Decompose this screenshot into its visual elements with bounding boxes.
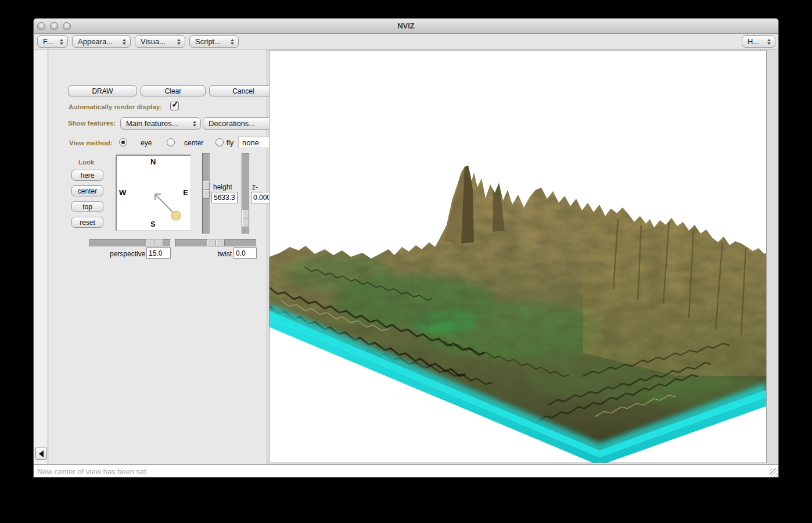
eye-label: eye xyxy=(141,139,152,147)
menu-file[interactable]: F... xyxy=(37,35,68,48)
perspective-label: perspective xyxy=(110,250,145,258)
control-panel: DRAW Clear Cancel Automatically render d… xyxy=(49,49,267,464)
perspective-value-input[interactable] xyxy=(146,248,171,259)
perspective-slider-handle[interactable] xyxy=(146,239,163,246)
view-method-label: View method: xyxy=(69,139,113,146)
menu-visualize[interactable]: Visua... xyxy=(135,35,185,48)
popup-arrows-icon xyxy=(177,39,181,45)
main-features-dropdown[interactable]: Main features... xyxy=(120,117,201,130)
look-top-button[interactable]: top xyxy=(71,201,103,212)
collapse-panel-button[interactable] xyxy=(35,447,47,460)
view-position-widget[interactable]: N W E S xyxy=(116,155,191,231)
titlebar[interactable]: NVIZ xyxy=(34,19,778,34)
clear-button[interactable]: Clear xyxy=(141,85,206,96)
twist-label: twist xyxy=(218,250,232,258)
compass-east-label: E xyxy=(183,188,188,197)
cancel-button[interactable]: Cancel xyxy=(209,85,278,96)
height-label: height xyxy=(213,183,232,191)
menu-scripting[interactable]: Script... xyxy=(189,35,239,48)
twist-value-input[interactable] xyxy=(233,248,257,259)
status-message: New center of view has been set xyxy=(37,467,146,476)
radio-dot-icon xyxy=(121,141,125,144)
menu-help[interactable]: H... xyxy=(742,35,775,48)
compass-south-label: S xyxy=(150,220,156,228)
popup-arrows-icon xyxy=(767,39,771,45)
height-slider-handle[interactable] xyxy=(203,181,210,199)
twist-slider-handle[interactable] xyxy=(207,239,225,246)
height-value-input[interactable] xyxy=(211,192,238,203)
look-center-button[interactable]: center xyxy=(71,185,103,196)
draw-button[interactable]: DRAW xyxy=(68,85,137,96)
view-method-fly-radio[interactable] xyxy=(215,138,224,146)
nviz-window: NVIZ F... Appeara... Visua... Script... … xyxy=(33,18,779,478)
statusbar: New center of view has been set xyxy=(34,464,778,477)
zexag-slider[interactable] xyxy=(242,153,250,234)
view-method-eye-radio[interactable] xyxy=(119,138,127,146)
checkmark-icon: ✓ xyxy=(171,99,179,110)
center-label: center xyxy=(184,139,203,147)
compass-arrow-icon xyxy=(117,156,191,230)
resize-grip-icon[interactable] xyxy=(770,468,778,477)
fly-label: fly xyxy=(227,139,233,147)
show-features-label: Show features: xyxy=(68,120,116,127)
zexag-slider-handle[interactable] xyxy=(242,210,249,227)
left-arrow-icon xyxy=(39,450,44,457)
render-viewport[interactable] xyxy=(269,50,767,463)
menubar: F... Appeara... Visua... Script... H... xyxy=(34,34,778,49)
twist-slider[interactable] xyxy=(175,239,257,247)
look-reset-button[interactable]: reset xyxy=(71,217,103,228)
content-area: DRAW Clear Cancel Automatically render d… xyxy=(34,49,778,464)
window-title: NVIZ xyxy=(34,22,778,30)
popup-arrows-icon xyxy=(193,121,197,127)
look-here-button[interactable]: here xyxy=(71,170,103,181)
auto-render-label: Automatically render display: xyxy=(69,103,162,110)
popup-arrows-icon xyxy=(123,39,127,45)
popup-arrows-icon xyxy=(60,39,64,45)
compass-west-label: W xyxy=(119,188,126,197)
popup-arrows-icon xyxy=(231,39,235,45)
height-slider[interactable] xyxy=(202,153,210,234)
perspective-slider[interactable] xyxy=(89,239,171,247)
look-label: Look xyxy=(78,159,94,166)
panel-gutter xyxy=(34,49,48,464)
decorations-dropdown[interactable]: Decorations... xyxy=(203,117,278,130)
menu-appearance[interactable]: Appeara... xyxy=(72,35,131,48)
compass-north-label: N xyxy=(150,157,156,166)
auto-render-checkbox[interactable]: ✓ xyxy=(170,102,179,110)
eye-position-dot[interactable] xyxy=(171,211,181,220)
terrain-3d-render xyxy=(270,51,766,463)
view-method-center-radio[interactable] xyxy=(167,138,175,146)
